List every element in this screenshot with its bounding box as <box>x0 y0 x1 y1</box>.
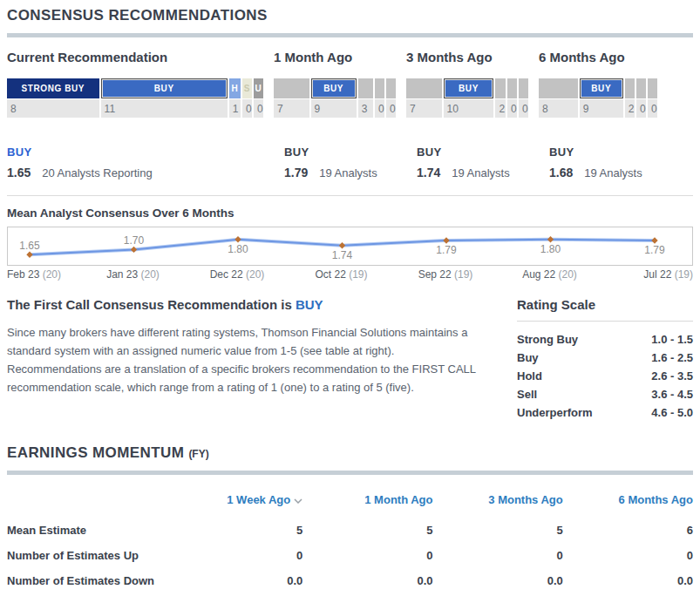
earnings-momentum-table: 1 Week Ago1 Month Ago3 Months Ago6 Month… <box>7 485 693 593</box>
rec-segment-bar: 8 <box>539 78 578 118</box>
rating-segment <box>406 78 442 98</box>
x-axis-label: Jul 22 (19) <box>643 268 693 281</box>
analyst-count: 9 <box>580 99 623 118</box>
rec-bar-chart: 8BUY9200 <box>539 78 657 118</box>
earnings-header-spacer <box>7 485 173 504</box>
mean-row: 1.6819 Analysts <box>549 166 657 179</box>
x-axis-analyst-count: (20) <box>246 268 264 281</box>
rating-segment-label: STRONG BUY <box>21 84 85 93</box>
x-axis-label: Feb 23 (20) <box>7 268 61 281</box>
analyst-count: 0 <box>375 99 384 118</box>
x-axis-date: Feb 23 <box>7 268 43 281</box>
rating-segment <box>375 78 384 98</box>
analyst-count: 8 <box>7 99 99 118</box>
rating-scale-range: 4.6 - 5.0 <box>651 403 693 422</box>
rating-scale-range: 1.0 - 1.5 <box>651 330 693 349</box>
earnings-column-header-1-week-ago[interactable]: 1 Week Ago <box>173 486 302 518</box>
consensus-line-chart: 1.651.701.801.741.791.801.79 <box>7 227 693 266</box>
analyst-count: 0 <box>507 99 517 118</box>
earnings-value: 5 <box>173 518 302 543</box>
rec-summary: BUY1.7419 Analysts <box>406 146 528 179</box>
rec-segment-bar: 0 <box>386 78 396 118</box>
rating-segment: U <box>254 78 263 98</box>
rating-scale-range: 2.6 - 3.5 <box>651 367 693 385</box>
first-call-section: The First Call Consensus Recommendation … <box>7 297 693 422</box>
analyst-count: 3 <box>358 99 373 118</box>
rating-segment-label: BUY <box>323 84 343 93</box>
rec-column-title: 6 Months Ago <box>539 50 657 64</box>
rec-segment-buy: BUY10 <box>444 78 494 118</box>
rec-column-current-recommendation: Current RecommendationSTRONG BUY8BUY11H1… <box>7 50 263 179</box>
consensus-recommendations-page: CONSENSUS RECOMMENDATIONS Current Recomm… <box>0 7 700 596</box>
rec-column-6-months-ago: 6 Months Ago8BUY9200BUY1.6819 Analysts <box>539 50 657 179</box>
data-point-marker <box>651 237 657 243</box>
selected-rating-segment: BUY <box>101 78 228 98</box>
earnings-column-label: 3 Months Ago <box>488 493 562 506</box>
x-axis-analyst-count: (20) <box>43 268 61 281</box>
rec-segment-buy: BUY11 <box>101 78 228 118</box>
rating-scale-label: Sell <box>517 385 537 403</box>
rating-segment <box>386 78 396 98</box>
analyst-count: 0 <box>254 99 263 118</box>
rec-segment-bar: 7 <box>406 78 442 118</box>
data-point-marker <box>443 237 449 243</box>
rec-segment-buy: BUY9 <box>311 78 357 118</box>
rating-segment <box>495 78 506 98</box>
rec-segment-bar: 0 <box>636 78 646 118</box>
rating-segment-label: BUY <box>154 84 174 93</box>
earnings-column-header-3-months-ago: 3 Months Ago <box>433 486 563 518</box>
rec-segment-bar: 2 <box>495 78 506 118</box>
rating-segment <box>539 78 578 98</box>
rating-segment <box>358 78 373 98</box>
analyst-count: 2 <box>495 99 506 118</box>
rating-segment-label: BUY <box>591 84 611 93</box>
earnings-value: 0 <box>433 543 563 568</box>
rating-scale-table: Strong Buy1.0 - 1.5Buy1.6 - 2.5Hold2.6 -… <box>517 330 693 422</box>
rating-segment-label: H <box>231 84 238 93</box>
data-point-value: 1.79 <box>644 244 665 256</box>
analyst-count: 0 <box>519 99 528 118</box>
earnings-value: 0 <box>563 543 693 568</box>
earnings-value: 6 <box>563 518 693 543</box>
rec-column-title: 3 Months Ago <box>406 50 528 64</box>
analyst-count: 7 <box>274 99 309 118</box>
analyst-count: 1 <box>229 99 241 118</box>
rating-scale-range: 3.6 - 4.5 <box>651 385 693 403</box>
page-title: CONSENSUS RECOMMENDATIONS <box>7 7 693 24</box>
data-point-value: 1.70 <box>124 234 145 247</box>
rec-column-1-month-ago: 1 Month Ago7BUY9300BUY1.7919 Analysts <box>274 50 396 179</box>
first-call-heading: The First Call Consensus Recommendation … <box>7 297 513 312</box>
summary-divider <box>7 195 693 196</box>
chevron-down-icon[interactable] <box>294 493 302 506</box>
rec-segment-strong-buy: STRONG BUY8 <box>7 78 99 118</box>
mean-value: 1.79 <box>284 166 308 179</box>
data-point-marker <box>131 247 137 253</box>
rating-scale-panel: Rating Scale Strong Buy1.0 - 1.5Buy1.6 -… <box>517 297 693 422</box>
rec-segment-u: U0 <box>254 78 263 118</box>
recommendation-charts: Current RecommendationSTRONG BUY8BUY11H1… <box>7 50 693 179</box>
rec-segment-bar: 2 <box>625 78 635 118</box>
earnings-value: 5 <box>302 518 432 543</box>
earnings-value: 0.0 <box>173 568 302 593</box>
analyst-count: 8 <box>539 99 578 118</box>
rec-column-3-months-ago: 3 Months Ago7BUY10200BUY1.7419 Analysts <box>406 50 528 179</box>
rec-segment-buy: BUY9 <box>580 78 623 118</box>
selected-rating-segment: BUY <box>580 78 623 98</box>
mean-row: 1.6520 Analysts Reporting <box>7 166 263 179</box>
x-axis-label: Aug 22 (20) <box>522 268 577 281</box>
rating-scale-row-strong-buy: Strong Buy1.0 - 1.5 <box>517 330 693 349</box>
rec-bar-chart: 7BUY9300 <box>274 78 396 118</box>
rating-scale-row-buy: Buy1.6 - 2.5 <box>517 349 693 367</box>
x-axis-label: Jan 23 (20) <box>106 268 160 281</box>
rec-segment-bar: 3 <box>358 78 373 118</box>
analyst-count: 7 <box>406 99 442 118</box>
rec-bar-chart: 7BUY10200 <box>406 78 528 118</box>
rating-segment <box>625 78 635 98</box>
x-axis-label: Oct 22 (19) <box>315 268 367 281</box>
rating-segment <box>636 78 646 98</box>
rating-scale-row-hold: Hold2.6 - 3.5 <box>517 367 693 385</box>
data-point-marker <box>547 236 554 242</box>
rec-segment-s: S0 <box>242 78 252 118</box>
rating-scale-divider <box>517 321 693 322</box>
analysts-reporting: 19 Analysts <box>584 166 642 179</box>
